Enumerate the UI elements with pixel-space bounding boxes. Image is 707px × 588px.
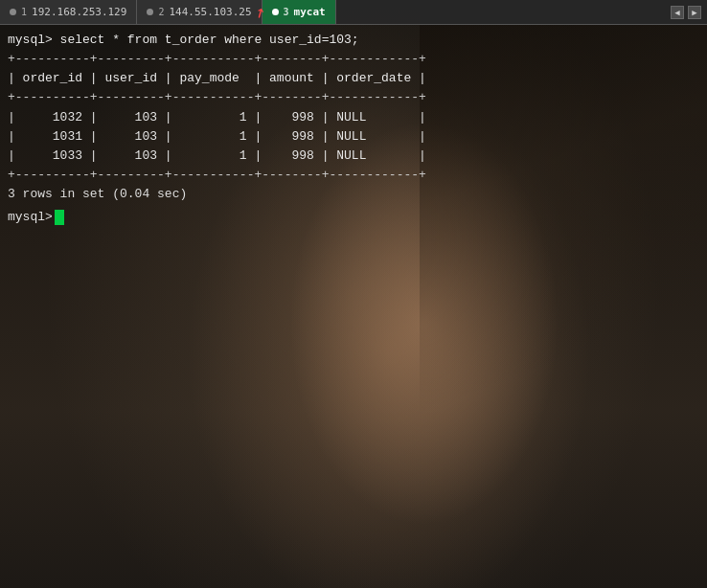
table-row-1: | 1032 | 103 | 1 | 998 | NULL | bbox=[8, 108, 699, 127]
nav-buttons: ◀ ▶ bbox=[671, 0, 707, 24]
tab-number-2: 2 bbox=[158, 7, 164, 17]
query-line: mysql> select * from t_order where user_… bbox=[8, 31, 699, 50]
tab-bar: 1 192.168.253.129 2 144.55.103.25 3 myca… bbox=[0, 0, 707, 25]
next-tab-button[interactable]: ▶ bbox=[688, 6, 701, 19]
tab-number-1: 1 bbox=[21, 7, 27, 17]
tab-label-1: 192.168.253.129 bbox=[32, 6, 126, 18]
terminal-window: 1 192.168.253.129 2 144.55.103.25 3 myca… bbox=[0, 0, 707, 588]
divider-2: +----------+---------+-----------+------… bbox=[8, 88, 699, 107]
tab-label-3: mycat bbox=[294, 6, 326, 18]
prompt-line: mysql> bbox=[8, 208, 699, 227]
tab-mycat[interactable]: 3 mycat bbox=[262, 0, 336, 24]
column-header: | order_id | user_id | pay_mode | amount… bbox=[8, 69, 699, 88]
tab-dot-2 bbox=[147, 9, 153, 15]
tab-number-3: 3 bbox=[284, 7, 289, 17]
prev-tab-button[interactable]: ◀ bbox=[671, 6, 684, 19]
divider-1: +----------+---------+-----------+------… bbox=[8, 50, 699, 69]
divider-3: +----------+---------+-----------+------… bbox=[8, 166, 699, 185]
tab-dot-1 bbox=[10, 9, 16, 15]
cursor-block bbox=[55, 210, 64, 225]
tab-dot-3 bbox=[272, 9, 279, 15]
terminal-output: mysql> select * from t_order where user_… bbox=[0, 25, 707, 588]
result-summary: 3 rows in set (0.04 sec) bbox=[8, 185, 699, 204]
tab-ssh-1[interactable]: 1 192.168.253.129 bbox=[0, 0, 137, 24]
tab-label-2: 144.55.103.25 bbox=[169, 6, 251, 18]
tab-ssh-2[interactable]: 2 144.55.103.25 bbox=[137, 0, 262, 24]
table-row-3: | 1033 | 103 | 1 | 998 | NULL | bbox=[8, 147, 699, 166]
mysql-prompt: mysql> bbox=[8, 208, 53, 227]
table-row-2: | 1031 | 103 | 1 | 998 | NULL | bbox=[8, 127, 699, 147]
